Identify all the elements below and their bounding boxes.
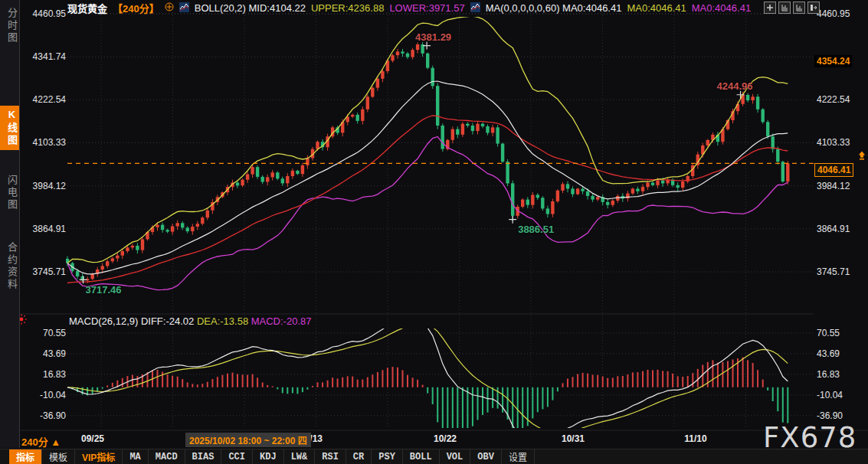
macd-axis-label-left: -36.90 bbox=[28, 410, 66, 421]
price-axis-label-right: 4103.33 bbox=[817, 137, 864, 148]
ma-values: MA(0,0,0,0,0,60) MA0:4046.41 bbox=[486, 2, 622, 14]
sidebar-item-2[interactable]: K线图 bbox=[0, 106, 19, 150]
bottom-tab-模板[interactable]: 模板 bbox=[42, 449, 75, 464]
bottom-tab-设置[interactable]: 设置 bbox=[502, 449, 535, 464]
zoom-x-axis-icon[interactable] bbox=[793, 2, 805, 14]
trading-app: 分时图K线图闪电图合约资料 现货黄金 【240分】 BOLL(20,2) MID… bbox=[0, 0, 868, 464]
extreme-price-annotation: 4381.29 bbox=[415, 31, 451, 43]
extreme-price-annotation: 3717.46 bbox=[86, 284, 122, 296]
price-axis-label-left: 4341.74 bbox=[28, 51, 66, 62]
macd-axis-label-right: -36.90 bbox=[817, 410, 864, 421]
panel-collapse-icon[interactable] bbox=[807, 2, 820, 14]
current-price-label: 4046.41 bbox=[814, 163, 853, 177]
chart-toolbar bbox=[764, 2, 820, 14]
boll-values: BOLL(20,2) MID:4104.22 bbox=[195, 2, 306, 14]
date-axis-label: 10/22 bbox=[421, 433, 470, 444]
macd-value: MACD:-20.87 bbox=[251, 315, 312, 327]
zoom-y-axis-icon[interactable] bbox=[778, 2, 791, 14]
date-axis-label: 11/10 bbox=[671, 433, 720, 444]
target-icon[interactable] bbox=[165, 2, 174, 14]
boll-indicator-icon[interactable] bbox=[179, 2, 189, 15]
bottom-tab-MA[interactable]: MA bbox=[123, 449, 148, 464]
price-axis-label-left: 3745.71 bbox=[28, 266, 66, 277]
extreme-price-annotation: 4244.96 bbox=[717, 80, 753, 92]
ma-indicator-icon[interactable] bbox=[470, 2, 480, 15]
sidebar: 分时图K线图闪电图合约资料 bbox=[0, 0, 20, 448]
bottom-tab-VIP指标[interactable]: VIP指标 bbox=[75, 449, 123, 464]
price-axis-label-left: 4103.33 bbox=[28, 137, 66, 148]
macd-axis-label-left: -10.04 bbox=[28, 390, 66, 400]
price-axis-label-right: 3864.91 bbox=[817, 224, 864, 234]
bottom-tab-指标[interactable]: 指标 bbox=[9, 449, 42, 464]
period-label[interactable]: 【240分】 bbox=[113, 1, 159, 15]
reference-price-label: 4354.24 bbox=[814, 55, 852, 67]
sidebar-item-3[interactable]: 闪电图 bbox=[0, 175, 19, 211]
bottom-tab-PSY[interactable]: PSY bbox=[372, 449, 403, 464]
symbol-name: 现货黄金 bbox=[67, 1, 107, 15]
bottom-tab-BIAS[interactable]: BIAS bbox=[185, 449, 222, 464]
bottom-tab-CCI[interactable]: CCI bbox=[221, 449, 253, 464]
indicator-tabbar: 指标模板VIP指标MAMACDBIASCCIKDJLW&RSICRPSYBOLL… bbox=[0, 449, 868, 464]
macd-axis-label-left: 16.83 bbox=[28, 369, 66, 380]
bottom-tab-LW&[interactable]: LW& bbox=[284, 449, 316, 464]
extreme-price-annotation: 3886.51 bbox=[518, 224, 554, 235]
bottom-tab-MACD[interactable]: MACD bbox=[149, 449, 185, 464]
candlestick-chart[interactable] bbox=[0, 0, 868, 464]
sidebar-item-1[interactable]: 分时图 bbox=[0, 8, 19, 44]
macd-dea-value: DEA:-13.58 bbox=[197, 315, 248, 327]
candle-datetime-tooltip: 2025/10/02 18:00 ~ 22:00 四 bbox=[185, 433, 311, 447]
boll-lower-value: LOWER:3971.57 bbox=[389, 2, 464, 14]
bottom-tab-VOL[interactable]: VOL bbox=[440, 449, 471, 464]
price-axis-label-left: 4460.95 bbox=[28, 8, 66, 19]
price-axis-label-right: 4460.95 bbox=[817, 8, 864, 19]
price-axis-label-right: 3745.71 bbox=[817, 266, 864, 277]
ma-yellow-value: MA0:4046.41 bbox=[627, 2, 686, 14]
macd-axis-label-right: -10.04 bbox=[817, 390, 864, 400]
price-alert-icon[interactable] bbox=[857, 149, 866, 163]
ma-magenta-value: MA0:4046.41 bbox=[692, 2, 751, 14]
price-axis-label-right: 3984.12 bbox=[817, 181, 864, 191]
macd-readout: MACD(26,12,9) DIFF:-24.02 DEA:-13.58 MAC… bbox=[69, 315, 311, 327]
macd-axis-label-right: 70.55 bbox=[817, 328, 864, 338]
price-axis-label-left: 4222.54 bbox=[28, 94, 66, 105]
bottom-tab-RSI[interactable]: RSI bbox=[315, 449, 346, 464]
bottom-tab-BOLL[interactable]: BOLL bbox=[403, 449, 440, 464]
sidebar-item-4[interactable]: 合约资料 bbox=[0, 242, 19, 291]
macd-axis-label-left: 43.69 bbox=[28, 348, 66, 359]
macd-axis-label-right: 16.83 bbox=[817, 369, 864, 380]
macd-diff-value: MACD(26,12,9) DIFF:-24.02 bbox=[69, 315, 194, 327]
bottom-tab-OBV[interactable]: OBV bbox=[470, 449, 502, 464]
crosshair-icon[interactable] bbox=[764, 2, 776, 14]
price-axis-label-left: 3984.12 bbox=[28, 181, 66, 191]
bottom-tab-KDJ[interactable]: KDJ bbox=[253, 449, 284, 464]
macd-axis-label-left: 70.55 bbox=[28, 328, 66, 338]
bottom-tab-CR[interactable]: CR bbox=[346, 449, 372, 464]
period-selector[interactable]: 240分 ▲ bbox=[21, 434, 61, 449]
price-axis-label-left: 3864.91 bbox=[28, 224, 66, 234]
date-axis-label: 10/31 bbox=[549, 433, 598, 444]
boll-upper-value: UPPER:4236.88 bbox=[311, 2, 384, 14]
chart-header: 现货黄金 【240分】 BOLL(20,2) MID:4104.22 UPPER… bbox=[67, 2, 751, 15]
date-axis-label: 09/25 bbox=[68, 433, 117, 444]
macd-axis-label-right: 43.69 bbox=[817, 348, 864, 359]
price-axis-label-right: 4222.54 bbox=[817, 94, 864, 105]
